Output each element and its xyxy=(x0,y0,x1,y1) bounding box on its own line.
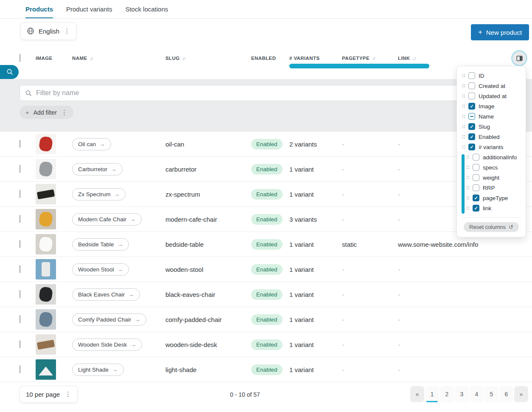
sort-icon[interactable]: ↓↑ xyxy=(372,56,375,61)
drag-handle-icon[interactable] xyxy=(462,135,465,139)
row-checkbox[interactable] xyxy=(20,315,20,323)
product-name-chip[interactable]: Bedside Table → xyxy=(72,238,129,251)
column-checkbox[interactable] xyxy=(468,93,475,99)
column-checkbox[interactable] xyxy=(473,154,479,161)
sort-icon[interactable]: ↓↑ xyxy=(90,56,92,61)
column-checkbox[interactable]: ✓ xyxy=(473,205,479,212)
product-name-chip[interactable]: Black Eaves Chair → xyxy=(72,288,140,301)
drag-handle-icon[interactable] xyxy=(462,145,465,149)
pagetype-cell: - xyxy=(342,266,398,273)
drag-handle-icon[interactable] xyxy=(466,196,469,200)
tab-bar: Products Product variants Stock location… xyxy=(0,0,532,19)
column-picker-item-image[interactable]: ✓ Image xyxy=(457,101,526,111)
reset-columns-label: Reset columns xyxy=(469,224,506,230)
pager-prev-button[interactable]: « xyxy=(410,386,424,402)
drag-handle-icon[interactable] xyxy=(466,175,469,180)
column-header-pagetype[interactable]: PAGETYPE ↓↑ xyxy=(342,56,398,61)
select-all-checkbox[interactable] xyxy=(20,54,20,62)
column-settings-button[interactable] xyxy=(512,51,526,65)
product-image xyxy=(36,134,56,154)
product-name-chip[interactable]: Light Shade → xyxy=(72,364,124,376)
pager-page-4[interactable]: 4 xyxy=(470,386,484,402)
row-checkbox[interactable] xyxy=(20,290,20,298)
product-name-chip[interactable]: Oil can → xyxy=(72,138,111,150)
tab-products[interactable]: Products xyxy=(25,0,53,18)
row-checkbox[interactable] xyxy=(20,265,20,273)
column-header-slug[interactable]: SLUG ↓↑ xyxy=(165,56,251,61)
variants-cell: 1 variant xyxy=(289,266,342,273)
product-name-chip[interactable]: Modern Cafe Chair → xyxy=(72,213,142,226)
row-checkbox[interactable] xyxy=(20,215,20,223)
column-picker-item-weight[interactable]: weight xyxy=(457,172,526,183)
reset-columns-button[interactable]: Reset columns ↺ xyxy=(464,222,519,232)
drag-handle-icon[interactable] xyxy=(462,73,465,78)
status-badge: Enabled xyxy=(251,314,283,325)
new-product-button[interactable]: + New product xyxy=(471,24,529,40)
column-picker-item-id[interactable]: ID xyxy=(457,71,526,81)
column-picker-item-additionalinfo[interactable]: additionalInfo xyxy=(457,152,526,162)
column-checkbox[interactable]: ✓ xyxy=(468,133,475,140)
drag-handle-icon[interactable] xyxy=(466,186,469,190)
column-checkbox[interactable] xyxy=(473,174,479,181)
drag-handle-icon[interactable] xyxy=(466,165,469,169)
pager-page-3[interactable]: 3 xyxy=(455,386,469,402)
column-checkbox[interactable] xyxy=(468,113,475,120)
column-picker-item-link[interactable]: ✓ link xyxy=(457,203,526,213)
column-picker-item-rrp[interactable]: RRP xyxy=(457,183,526,193)
tab-product-variants[interactable]: Product variants xyxy=(66,0,112,18)
column-checkbox[interactable] xyxy=(473,164,479,171)
sort-icon[interactable]: ↓↑ xyxy=(182,56,185,61)
language-menu-dots-icon[interactable]: ⋮ xyxy=(64,27,70,35)
column-checkbox[interactable]: ✓ xyxy=(473,195,479,201)
column-checkbox[interactable] xyxy=(468,82,475,89)
product-name-chip[interactable]: Wooden Side Desk → xyxy=(72,339,142,351)
row-checkbox[interactable] xyxy=(20,240,20,248)
product-name-chip[interactable]: Zx Spectrum → xyxy=(72,188,126,200)
pager-page-5[interactable]: 5 xyxy=(484,386,498,402)
column-picker-item-updated-at[interactable]: Updated at xyxy=(457,91,526,101)
drag-handle-icon[interactable] xyxy=(462,124,465,129)
product-name-chip[interactable]: Comfy Padded Chair → xyxy=(72,313,146,326)
column-header-name[interactable]: NAME ↓↑ xyxy=(72,56,165,61)
column-picker-item-pagetype[interactable]: ✓ pageType xyxy=(457,193,526,203)
column-picker-item-created-at[interactable]: Created at xyxy=(457,81,526,91)
drag-handle-icon[interactable] xyxy=(462,104,465,108)
filter-by-name-input[interactable] xyxy=(36,89,521,97)
column-picker-item-variants[interactable]: ✓ # variants xyxy=(457,142,526,152)
column-checkbox[interactable]: ✓ xyxy=(468,103,475,110)
table-row: Zx Spectrum → zx-spectrum Enabled 1 vari… xyxy=(0,182,532,207)
column-picker-item-slug[interactable]: ✓ Slug xyxy=(457,121,526,132)
product-image xyxy=(36,209,56,229)
drag-handle-icon[interactable] xyxy=(462,84,465,88)
column-picker-item-name[interactable]: Name xyxy=(457,111,526,121)
variants-cell: 2 variants xyxy=(289,141,342,148)
pager-next-button[interactable]: » xyxy=(514,386,528,402)
drag-handle-icon[interactable] xyxy=(462,114,465,119)
product-name-chip[interactable]: Wooden Stool → xyxy=(72,263,129,276)
row-checkbox[interactable] xyxy=(20,340,20,348)
row-checkbox[interactable] xyxy=(20,365,20,373)
filter-menu-dots-icon[interactable]: ⋮ xyxy=(61,109,67,116)
drag-handle-icon[interactable] xyxy=(462,94,465,98)
column-checkbox[interactable] xyxy=(473,184,479,191)
pager-page-2[interactable]: 2 xyxy=(440,386,454,402)
row-checkbox[interactable] xyxy=(20,140,20,148)
column-picker-item-specs[interactable]: specs xyxy=(457,162,526,172)
row-checkbox[interactable] xyxy=(20,165,20,173)
row-checkbox[interactable] xyxy=(20,190,20,198)
pager-page-6[interactable]: 6 xyxy=(499,386,513,402)
pager-page-1[interactable]: 1 xyxy=(425,386,439,402)
language-selector[interactable]: English ⋮ xyxy=(20,22,76,40)
column-checkbox[interactable] xyxy=(468,72,475,79)
sort-icon[interactable]: ↓↑ xyxy=(412,56,415,61)
tab-stock-locations[interactable]: Stock locations xyxy=(125,0,168,18)
column-checkbox[interactable]: ✓ xyxy=(468,123,475,130)
add-filter-button[interactable]: + Add filter ⋮ xyxy=(20,106,73,119)
drag-handle-icon[interactable] xyxy=(466,206,469,210)
product-name-chip[interactable]: Carburretor → xyxy=(72,163,123,175)
search-toggle-pill[interactable] xyxy=(0,65,19,79)
column-header-link[interactable]: LINK ↓↑ xyxy=(398,56,532,61)
column-checkbox[interactable]: ✓ xyxy=(468,144,475,150)
drag-handle-icon[interactable] xyxy=(466,155,469,159)
column-picker-item-enabled[interactable]: ✓ Enabled xyxy=(457,132,526,142)
